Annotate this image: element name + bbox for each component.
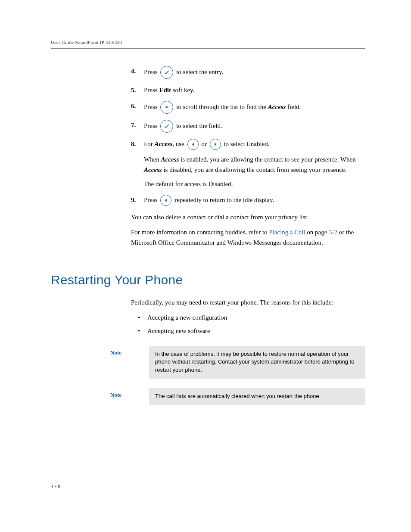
step-4: 4.Press to select the entry. (131, 66, 365, 79)
section-heading-restarting: Restarting Your Phone (51, 273, 365, 287)
note-label: Note (110, 346, 149, 379)
text: For (144, 141, 155, 148)
step-text: Press Edit soft key. (144, 85, 365, 95)
bold-italic-text: Access (268, 104, 286, 111)
step-number: 8. (131, 139, 144, 189)
text: For more information on contacting buddi… (131, 229, 269, 236)
check-icon (160, 66, 173, 79)
note-block: Note The call lists are automatically cl… (110, 388, 365, 405)
step-body: Press to scroll through the list to find… (144, 101, 365, 114)
step-text: Press repeatedly to return to the idle d… (144, 195, 365, 206)
step-number: 6. (131, 101, 144, 114)
text: Press (144, 68, 159, 75)
step-extra: When Access is enabled, you are allowing… (144, 155, 365, 175)
text: Press (144, 104, 159, 111)
note-label: Note (110, 388, 149, 405)
text: , use (172, 141, 186, 148)
text: to select the field. (174, 123, 222, 130)
step-5: 5.Press Edit soft key. (131, 85, 365, 95)
link-placing-a-call[interactable]: Placing a Call (269, 229, 305, 236)
after-paragraph-2: For more information on contacting buddi… (131, 227, 365, 248)
running-header: User Guide SoundPoint IP 330/320 (51, 40, 365, 45)
step-number: 9. (131, 195, 144, 206)
main-content: 4.Press to select the entry.5.Press Edit… (51, 66, 365, 248)
step-9: 9.Press repeatedly to return to the idle… (131, 195, 365, 206)
link-page-ref[interactable]: 3-2 (329, 229, 337, 236)
bullet-list: Accepting a new configuration Accepting … (131, 313, 365, 336)
step-7: 7.Press to select the field. (131, 120, 365, 133)
step-body: Press to select the entry. (144, 66, 365, 79)
note-block: Note In the case of problems, it may be … (110, 346, 365, 379)
step-text: For Access, use or to select Enabled. (144, 139, 365, 150)
bold-text: Edit (159, 87, 171, 93)
page-number: 4 - 8 (51, 483, 60, 490)
step-body: For Access, use or to select Enabled.Whe… (144, 139, 365, 189)
bold-italic-text: Access (144, 166, 162, 173)
after-paragraph-1: You can also delete a contact or dial a … (131, 212, 365, 222)
text: repeatedly to return to the idle display… (173, 196, 274, 203)
left-arrow-icon (160, 195, 171, 206)
step-body: Press Edit soft key. (144, 85, 365, 95)
text: Press (144, 87, 159, 93)
step-6: 6.Press to scroll through the list to fi… (131, 101, 365, 114)
header-rule (51, 48, 365, 49)
right-arrow-icon (210, 139, 221, 150)
bullet-item: Accepting new software (131, 326, 365, 336)
step-text: Press to select the field. (144, 120, 365, 133)
step-extra: The default for access is Disabled. (144, 179, 365, 189)
down-arrow-icon (160, 101, 173, 114)
step-body: Press to select the field. (144, 120, 365, 133)
note-body: In the case of problems, it may be possi… (149, 346, 365, 379)
text: or (200, 141, 209, 148)
bold-italic-text: Access (161, 156, 179, 163)
text: soft key. (171, 87, 194, 93)
step-8: 8.For Access, use or to select Enabled.W… (131, 139, 365, 189)
check-icon (160, 120, 173, 133)
text: to scroll through the list to find the (174, 104, 268, 111)
step-text: Press to select the entry. (144, 66, 365, 79)
note-body: The call lists are automatically cleared… (149, 388, 365, 405)
text: Press (144, 196, 159, 203)
step-number: 7. (131, 120, 144, 133)
text: to select the entry. (174, 68, 223, 75)
step-number: 5. (131, 85, 144, 95)
bullet-item: Accepting a new configuration (131, 313, 365, 323)
step-text: Press to scroll through the list to find… (144, 101, 365, 114)
section-intro: Periodically, you may need to restart yo… (131, 298, 365, 308)
step-number: 4. (131, 66, 144, 79)
text: Press (144, 123, 159, 130)
text: to select Enabled. (222, 141, 270, 148)
left-arrow-icon (187, 139, 199, 150)
step-body: Press repeatedly to return to the idle d… (144, 195, 365, 206)
section-body: Periodically, you may need to restart yo… (51, 298, 365, 336)
bold-italic-text: Access (155, 141, 173, 148)
text: on page (305, 229, 329, 236)
text: field. (286, 104, 301, 111)
